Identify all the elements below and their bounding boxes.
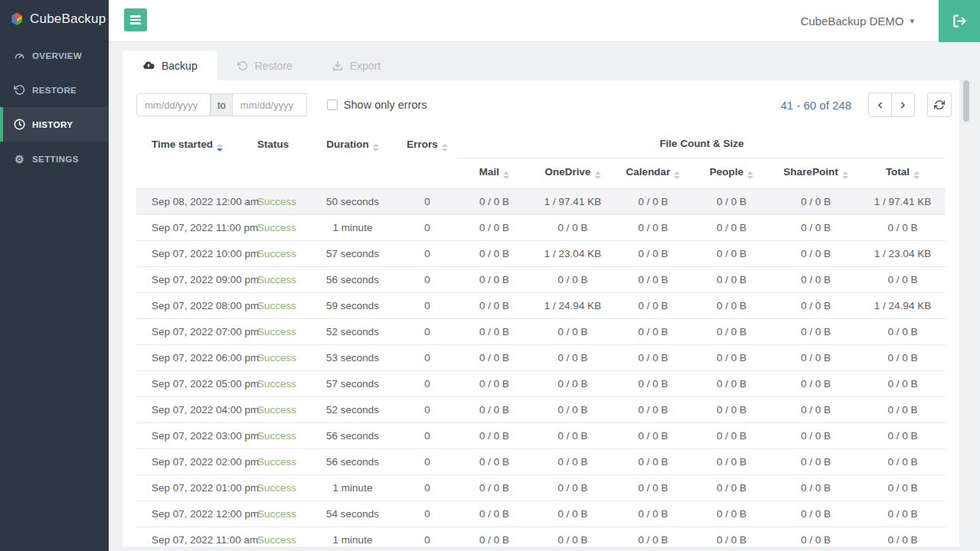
- errors-cell: 0: [397, 293, 458, 319]
- history-card: to Show only errors 41 - 60 of 248: [122, 80, 959, 546]
- restore-icon: [14, 84, 25, 96]
- sidebar-item-overview[interactable]: OVERVIEW: [0, 38, 109, 73]
- sort-icon: [595, 171, 601, 179]
- table-row[interactable]: Sep 07, 2022 01:00 pmSuccess1 minute00 /…: [136, 475, 946, 501]
- app-logo[interactable]: CubeBackup: [0, 0, 109, 38]
- previous-page-button[interactable]: [868, 93, 892, 117]
- errors-cell: 0: [397, 527, 458, 551]
- status-cell[interactable]: Success: [251, 215, 309, 241]
- table-row[interactable]: Sep 08, 2022 12:00 amSuccess50 seconds00…: [136, 189, 946, 215]
- people-cell: 0 / 0 B: [691, 449, 772, 475]
- table-row[interactable]: Sep 07, 2022 06:00 pmSuccess53 seconds00…: [136, 345, 946, 371]
- sidebar-item-history[interactable]: HISTORY: [0, 107, 109, 142]
- time-started-cell: Sep 07, 2022 10:00 pm: [136, 241, 251, 267]
- time-started-cell: Sep 07, 2022 06:00 pm: [136, 345, 251, 371]
- mail-cell: 0 / 0 B: [458, 241, 531, 267]
- column-header-errors[interactable]: Errors: [397, 131, 458, 189]
- table-row[interactable]: Sep 07, 2022 11:00 amSuccess1 minute00 /…: [136, 527, 946, 551]
- status-cell[interactable]: Success: [251, 423, 309, 449]
- total-cell: 1 / 24.94 KB: [860, 293, 946, 319]
- sharepoint-cell: 0 / 0 B: [772, 501, 860, 527]
- date-to-input[interactable]: [233, 93, 307, 116]
- table-row[interactable]: Sep 07, 2022 12:00 pmSuccess54 seconds00…: [136, 501, 946, 527]
- refresh-button[interactable]: [927, 93, 952, 117]
- column-header-calendar[interactable]: Calendar: [615, 158, 691, 189]
- status-cell[interactable]: Success: [251, 241, 309, 267]
- vertical-scrollbar-thumb[interactable]: [963, 80, 969, 122]
- account-menu[interactable]: CubeBackup DEMO ▾: [800, 0, 914, 41]
- status-cell[interactable]: Success: [251, 449, 309, 475]
- mail-cell: 0 / 0 B: [458, 423, 531, 449]
- status-cell[interactable]: Success: [251, 475, 309, 501]
- errors-cell: 0: [397, 397, 458, 423]
- status-cell[interactable]: Success: [251, 527, 309, 551]
- errors-cell: 0: [397, 345, 458, 371]
- sidebar-item-restore[interactable]: RESTORE: [0, 73, 109, 107]
- errors-cell: 0: [397, 267, 458, 293]
- table-row[interactable]: Sep 07, 2022 11:00 pmSuccess1 minute00 /…: [136, 215, 946, 241]
- table-row[interactable]: Sep 07, 2022 08:00 pmSuccess59 seconds00…: [136, 293, 946, 319]
- mail-cell: 0 / 0 B: [458, 189, 531, 215]
- tab-restore[interactable]: Restore: [217, 51, 312, 80]
- hamburger-icon: [130, 15, 141, 17]
- status-cell[interactable]: Success: [251, 189, 309, 215]
- status-cell[interactable]: Success: [251, 345, 309, 371]
- table-row[interactable]: Sep 07, 2022 04:00 pmSuccess52 seconds00…: [136, 397, 946, 423]
- status-cell[interactable]: Success: [251, 267, 309, 293]
- calendar-cell: 0 / 0 B: [615, 371, 691, 397]
- duration-cell: 1 minute: [309, 475, 397, 501]
- status-cell[interactable]: Success: [251, 397, 309, 423]
- errors-cell: 0: [397, 241, 458, 267]
- tab-bar: Backup Restore Export: [122, 51, 980, 80]
- errors-cell: 0: [397, 319, 458, 345]
- table-row[interactable]: Sep 07, 2022 02:00 pmSuccess56 seconds00…: [136, 449, 946, 475]
- column-header-sharepoint[interactable]: SharePoint: [772, 158, 860, 189]
- mail-cell: 0 / 0 B: [458, 215, 531, 241]
- sort-icon: [217, 144, 223, 152]
- tab-backup[interactable]: Backup: [122, 51, 217, 80]
- sort-icon: [442, 144, 448, 152]
- column-header-mail[interactable]: Mail: [458, 158, 531, 189]
- sidebar-item-settings[interactable]: ⚙ SETTINGS: [0, 142, 109, 176]
- status-cell[interactable]: Success: [251, 371, 309, 397]
- show-only-errors-label: Show only errors: [344, 99, 427, 111]
- column-header-people[interactable]: People: [691, 158, 772, 189]
- duration-cell: 57 seconds: [309, 241, 397, 267]
- column-header-onedrive[interactable]: OneDrive: [531, 158, 615, 189]
- show-only-errors-toggle[interactable]: Show only errors: [327, 99, 427, 111]
- mail-cell: 0 / 0 B: [458, 319, 531, 345]
- status-cell[interactable]: Success: [251, 319, 309, 345]
- calendar-cell: 0 / 0 B: [615, 215, 691, 241]
- onedrive-cell: 0 / 0 B: [531, 397, 615, 423]
- onedrive-cell: 0 / 0 B: [531, 371, 615, 397]
- people-cell: 0 / 0 B: [691, 475, 772, 501]
- status-cell[interactable]: Success: [251, 501, 309, 527]
- sidebar-item-label: HISTORY: [32, 120, 73, 129]
- tab-export[interactable]: Export: [312, 51, 400, 80]
- next-page-button[interactable]: [891, 93, 915, 117]
- logout-button[interactable]: [939, 0, 980, 42]
- cloud-backup-icon: [142, 60, 155, 72]
- topbar: CubeBackup DEMO ▾: [109, 0, 980, 42]
- onedrive-cell: 0 / 0 B: [531, 527, 615, 551]
- menu-toggle-button[interactable]: [124, 8, 147, 31]
- status-cell[interactable]: Success: [251, 293, 309, 319]
- sharepoint-cell: 0 / 0 B: [772, 475, 860, 501]
- show-only-errors-checkbox[interactable]: [327, 99, 338, 110]
- tab-label: Export: [350, 60, 381, 72]
- total-cell: 0 / 0 B: [860, 501, 946, 527]
- table-row[interactable]: Sep 07, 2022 07:00 pmSuccess52 seconds00…: [136, 319, 946, 345]
- file-count-size-group-header: File Count & Size: [458, 131, 946, 158]
- column-header-duration[interactable]: Duration: [309, 131, 397, 189]
- table-row[interactable]: Sep 07, 2022 05:00 pmSuccess57 seconds00…: [136, 371, 946, 397]
- brand-name: CubeBackup: [30, 11, 106, 27]
- table-row[interactable]: Sep 07, 2022 03:00 pmSuccess56 seconds00…: [136, 423, 946, 449]
- mail-cell: 0 / 0 B: [458, 267, 531, 293]
- table-row[interactable]: Sep 07, 2022 10:00 pmSuccess57 seconds00…: [136, 241, 946, 267]
- column-header-total[interactable]: Total: [860, 158, 946, 189]
- date-from-input[interactable]: [136, 93, 211, 116]
- table-row[interactable]: Sep 07, 2022 09:00 pmSuccess56 seconds00…: [136, 267, 946, 293]
- total-cell: 0 / 0 B: [860, 423, 946, 449]
- sharepoint-cell: 0 / 0 B: [772, 267, 860, 293]
- column-header-time-started[interactable]: Time started: [136, 131, 251, 189]
